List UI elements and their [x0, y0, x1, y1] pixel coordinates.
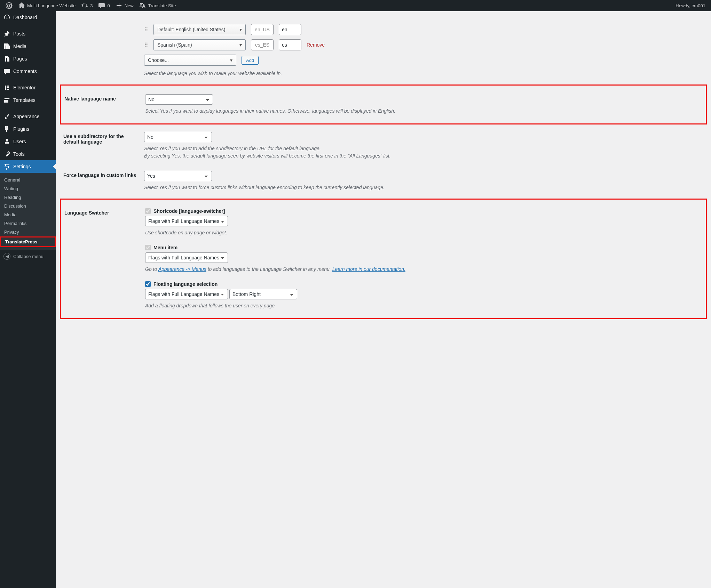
menu-users[interactable]: Users	[0, 135, 56, 148]
language-switcher-highlight: Language Switcher Shortcode [language-sw…	[60, 199, 707, 319]
shortcode-checkbox-row: Shortcode [language-switcher]	[145, 208, 225, 214]
native-language-desc: Select Yes if you want to display langua…	[145, 107, 699, 115]
sliders-icon	[3, 163, 10, 170]
menu-comments[interactable]: Comments	[0, 65, 56, 78]
floating-format-select[interactable]: Flags with Full Language Names	[145, 289, 228, 299]
shortcode-format-select[interactable]: Flags with Full Language Names	[145, 216, 228, 226]
force-label: Force language in custom links	[63, 166, 140, 196]
chevron-down-icon: ▾	[239, 27, 242, 32]
comments-count: 0	[107, 3, 110, 8]
translate-label: Translate Site	[148, 3, 176, 8]
site-name: Multi Language Website	[27, 3, 76, 8]
comments-link[interactable]: 0	[95, 0, 112, 11]
menu-posts[interactable]: Posts	[0, 27, 56, 40]
native-language-select[interactable]: No	[145, 94, 213, 105]
default-language-slug[interactable]: en	[279, 24, 301, 35]
menu-dashboard[interactable]: Dashboard	[0, 11, 56, 24]
floating-label: Floating language selection	[153, 281, 218, 287]
submenu-privacy[interactable]: Privacy	[0, 228, 56, 236]
language-row-add: Choose...▾ Add	[144, 55, 700, 66]
menu-media[interactable]: Media	[0, 40, 56, 53]
floating-position-select[interactable]: Bottom Right	[229, 289, 297, 299]
menu-appearance[interactable]: Appearance	[0, 110, 56, 123]
elementor-icon	[3, 84, 10, 91]
plug-icon	[3, 126, 10, 132]
howdy-user[interactable]: Howdy, crn001	[673, 0, 708, 11]
brush-icon	[3, 113, 10, 120]
translate-icon	[139, 2, 146, 9]
pages-icon	[3, 55, 10, 62]
remove-language-link[interactable]: Remove	[307, 42, 325, 48]
submenu-discussion[interactable]: Discussion	[0, 202, 56, 210]
choose-language-select[interactable]: Choose...▾	[144, 55, 236, 66]
floating-checkbox-row: Floating language selection	[145, 281, 218, 287]
media-icon	[3, 43, 10, 50]
add-language-button[interactable]: Add	[242, 56, 259, 65]
submenu-translatepress[interactable]: TranslatePress	[1, 237, 55, 246]
plus-icon	[116, 2, 123, 9]
default-language-select[interactable]: Default: English (United States)▾	[153, 24, 246, 35]
new-content[interactable]: New	[113, 0, 136, 11]
wp-logo[interactable]	[3, 0, 15, 11]
native-language-highlight: Native language name No Select Yes if yo…	[60, 84, 707, 124]
howdy-text: Howdy, crn001	[676, 3, 705, 8]
spanish-language-slug[interactable]: es	[279, 39, 301, 50]
drag-handle-icon[interactable]: ⠿	[144, 42, 148, 48]
collapse-icon: ◀	[3, 253, 10, 260]
admin-sidebar: Dashboard Posts Media Pages Comments Ele…	[0, 11, 56, 335]
native-language-label: Native language name	[64, 89, 141, 120]
languages-description: Select the language you wish to make you…	[144, 70, 700, 77]
language-row-default: ⠿ Default: English (United States)▾ en_U…	[144, 24, 700, 35]
site-name-link[interactable]: Multi Language Website	[15, 0, 78, 11]
templates-icon	[3, 97, 10, 104]
update-icon	[81, 2, 88, 9]
wordpress-icon	[6, 2, 13, 9]
updates-link[interactable]: 3	[78, 0, 95, 11]
menu-pages[interactable]: Pages	[0, 53, 56, 65]
updates-count: 3	[90, 3, 93, 8]
menu-settings[interactable]: Settings	[0, 160, 56, 173]
settings-content: ⠿ Default: English (United States)▾ en_U…	[56, 11, 711, 335]
comments-icon	[3, 68, 10, 75]
menu-templates[interactable]: Templates	[0, 94, 56, 106]
menuitem-checkbox-row: Menu item	[145, 245, 177, 250]
new-label: New	[125, 3, 134, 8]
spanish-language-select[interactable]: Spanish (Spain)▾	[153, 39, 246, 50]
spanish-language-code: es_ES	[251, 39, 274, 50]
menu-elementor[interactable]: Elementor	[0, 81, 56, 94]
shortcode-desc: Use shortcode on any page or widget.	[145, 229, 699, 236]
dashboard-icon	[3, 14, 10, 21]
menuitem-label: Menu item	[153, 245, 177, 250]
menuitem-desc: Go to Appearance -> Menus to add languag…	[145, 266, 699, 273]
settings-submenu: General Writing Reading Discussion Media…	[0, 173, 56, 250]
shortcode-label: Shortcode [language-switcher]	[153, 208, 225, 214]
translate-site-link[interactable]: Translate Site	[136, 0, 179, 11]
submenu-reading[interactable]: Reading	[0, 193, 56, 202]
submenu-permalinks[interactable]: Permalinks	[0, 219, 56, 228]
floating-desc: Add a floating dropdown that follows the…	[145, 302, 699, 309]
wrench-icon	[3, 151, 10, 158]
collapse-menu[interactable]: ◀ Collapse menu	[0, 250, 56, 263]
switcher-label: Language Switcher	[64, 203, 141, 315]
menuitem-format-select[interactable]: Flags with Full Language Names	[145, 252, 228, 263]
submenu-translatepress-highlight: TranslatePress	[0, 236, 56, 247]
admin-bar: Multi Language Website 3 0 New Translate…	[0, 0, 711, 11]
chevron-down-icon: ▾	[230, 57, 232, 63]
menuitem-checkbox	[145, 245, 151, 250]
users-icon	[3, 138, 10, 145]
learn-more-link[interactable]: Learn more in our documentation.	[332, 266, 405, 272]
subdir-select[interactable]: No	[144, 132, 212, 142]
submenu-writing[interactable]: Writing	[0, 184, 56, 193]
subdir-desc: Select Yes if you want to add the subdir…	[144, 145, 700, 160]
submenu-general[interactable]: General	[0, 176, 56, 184]
drag-handle-icon[interactable]: ⠿	[144, 26, 148, 33]
menu-tools[interactable]: Tools	[0, 148, 56, 160]
force-select[interactable]: Yes	[144, 171, 212, 181]
floating-checkbox[interactable]	[145, 281, 151, 287]
appearance-menus-link[interactable]: Appearance -> Menus	[158, 266, 206, 272]
comment-icon	[98, 2, 105, 9]
menu-plugins[interactable]: Plugins	[0, 123, 56, 135]
chevron-down-icon: ▾	[239, 42, 242, 48]
submenu-media[interactable]: Media	[0, 210, 56, 219]
home-icon	[18, 2, 25, 9]
